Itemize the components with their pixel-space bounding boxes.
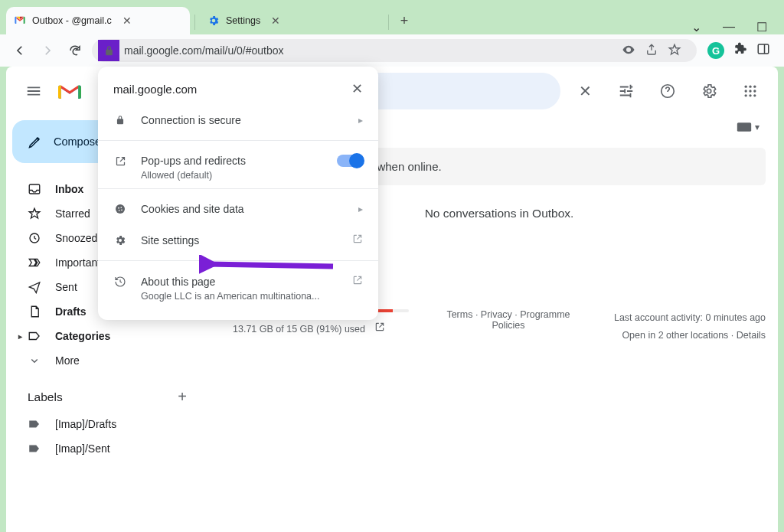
popups-status: Allowed (default) <box>98 170 378 181</box>
account-locations[interactable]: Open in 2 other locations · Details <box>608 327 766 344</box>
browser-tab-settings[interactable]: Settings ✕ <box>200 7 384 34</box>
expand-icon: ▸ <box>18 332 22 341</box>
svg-point-19 <box>119 210 120 211</box>
reload-button[interactable] <box>64 40 86 61</box>
apps-icon[interactable] <box>735 76 766 106</box>
url-text: mail.google.com/mail/u/0/#outbox <box>124 44 284 57</box>
history-icon <box>113 276 127 288</box>
svg-point-10 <box>745 94 747 96</box>
bookmark-icon[interactable] <box>668 43 681 59</box>
sidepanel-icon[interactable] <box>756 42 770 59</box>
extensions-icon[interactable] <box>733 42 747 59</box>
svg-point-18 <box>120 207 122 208</box>
window-maximize-icon[interactable]: ☐ <box>756 20 767 34</box>
svg-point-8 <box>749 90 751 92</box>
popup-window-icon <box>113 155 127 167</box>
svg-point-7 <box>745 90 747 92</box>
about-subtitle: Google LLC is an American multinationa..… <box>98 291 378 302</box>
tab-separator <box>194 15 195 30</box>
svg-point-12 <box>753 94 756 96</box>
svg-point-4 <box>745 86 747 88</box>
forward-button[interactable] <box>37 40 58 61</box>
new-tab-button[interactable]: + <box>394 10 415 31</box>
tab-close-icon[interactable]: ✕ <box>122 15 132 27</box>
share-icon[interactable] <box>645 43 658 59</box>
gmail-favicon-icon <box>14 15 26 27</box>
svg-point-20 <box>121 209 122 211</box>
account-activity: Last account activity: 0 minutes ago <box>608 309 766 327</box>
back-button[interactable] <box>9 40 31 61</box>
open-external-icon <box>352 275 363 288</box>
tab-title: Outbox - @gmail.c <box>32 15 112 26</box>
svg-rect-0 <box>758 44 769 54</box>
clear-search-icon[interactable]: ✕ <box>570 76 600 106</box>
site-info-button[interactable] <box>98 40 119 61</box>
svg-point-6 <box>753 86 756 88</box>
svg-point-11 <box>749 94 751 96</box>
gmail-logo[interactable] <box>58 82 81 100</box>
popup-close-button[interactable]: ✕ <box>351 80 363 97</box>
site-settings-row[interactable]: Site settings <box>98 224 378 256</box>
popup-host: mail.google.com <box>113 83 197 96</box>
settings-icon[interactable] <box>694 76 724 106</box>
chevron-right-icon: ▸ <box>358 115 363 126</box>
tab-close-icon[interactable]: ✕ <box>271 15 280 27</box>
address-bar[interactable]: mail.google.com/mail/u/0/#outbox <box>92 39 697 62</box>
lock-icon <box>113 115 127 126</box>
open-external-icon <box>352 233 363 246</box>
gear-icon <box>113 234 127 246</box>
connection-secure-row[interactable]: Connection is secure ▸ <box>98 105 378 135</box>
window-controls: ⌄ — ☐ <box>691 15 778 34</box>
label-item[interactable]: [Imap]/Sent <box>12 436 202 461</box>
chevron-right-icon: ▸ <box>358 204 363 214</box>
storage-text: 13.71 GB of 15 GB (91%) used <box>233 324 365 335</box>
labels-header: Labels + <box>12 373 202 412</box>
settings-favicon-icon <box>207 15 220 27</box>
window-minimize-icon[interactable]: — <box>723 20 735 34</box>
open-storage-icon[interactable] <box>374 324 385 335</box>
tab-separator <box>388 15 389 30</box>
browser-tab-active[interactable]: Outbox - @gmail.c ✕ <box>6 7 190 34</box>
nav-more[interactable]: More <box>12 348 202 373</box>
svg-rect-15 <box>737 122 751 132</box>
cookie-icon <box>113 203 127 215</box>
label-item[interactable]: [Imap]/Drafts <box>12 412 202 436</box>
footer-links[interactable]: Terms · Privacy · Programme Policies <box>439 309 577 344</box>
browser-toolbar: mail.google.com/mail/u/0/#outbox G <box>0 34 784 67</box>
chevron-down-icon: ▾ <box>755 122 760 132</box>
grammarly-extension-icon[interactable]: G <box>707 42 724 59</box>
browser-titlebar: Outbox - @gmail.c ✕ Settings ✕ + ⌄ — ☐ <box>0 0 784 34</box>
svg-point-3 <box>707 89 711 93</box>
popups-toggle[interactable] <box>337 155 363 167</box>
input-indicator[interactable]: ▾ <box>737 122 760 132</box>
svg-point-5 <box>749 86 751 88</box>
compose-label: Compose <box>54 135 101 148</box>
window-dropdown-icon[interactable]: ⌄ <box>691 20 701 34</box>
svg-point-17 <box>118 207 119 209</box>
nav-categories[interactable]: ▸ Categories <box>12 324 202 348</box>
support-icon[interactable] <box>652 76 683 106</box>
site-info-popup: mail.google.com ✕ Connection is secure ▸… <box>98 67 378 320</box>
main-menu-button[interactable] <box>18 76 49 106</box>
svg-point-16 <box>116 204 125 214</box>
tab-title: Settings <box>226 15 260 26</box>
add-label-button[interactable]: + <box>178 388 187 406</box>
cookies-row[interactable]: Cookies and site data ▸ <box>98 194 378 224</box>
eye-icon[interactable] <box>622 43 635 59</box>
search-options-icon[interactable] <box>611 76 642 106</box>
svg-point-9 <box>753 90 756 92</box>
